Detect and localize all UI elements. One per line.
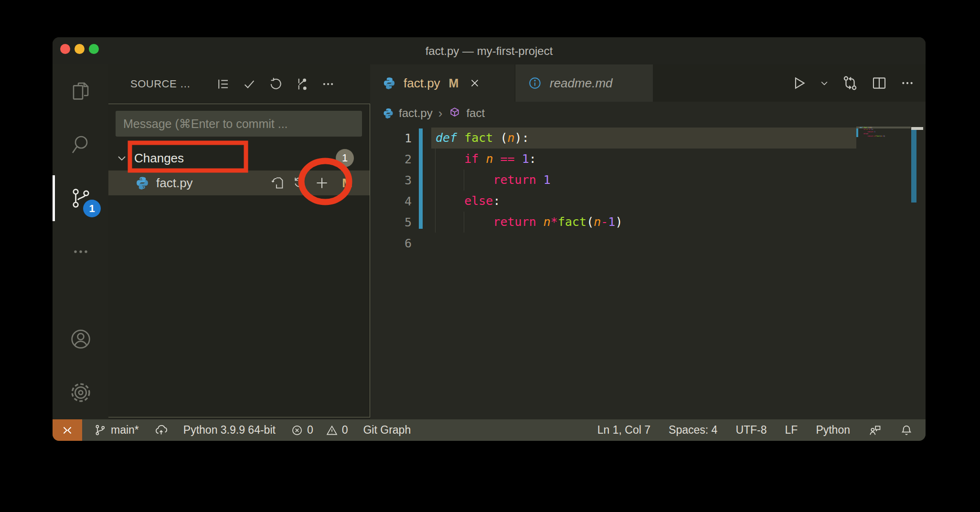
window-title: fact.py — my-first-project <box>53 37 926 64</box>
remote-indicator[interactable] <box>53 419 82 441</box>
code-lines: 1def fact (n):2 if n == 1:3 return 14 el… <box>370 128 926 254</box>
commit-message-input[interactable] <box>116 111 362 137</box>
warning-icon <box>326 424 338 437</box>
run-python-file-button[interactable] <box>791 75 807 91</box>
sync-changes-button[interactable] <box>154 423 168 437</box>
indentation-status[interactable]: Spaces: 4 <box>669 424 717 437</box>
sidebar-item-explorer[interactable] <box>53 64 108 118</box>
more-actions-icon[interactable] <box>900 75 915 91</box>
account-icon <box>69 327 93 351</box>
minimap[interactable]: def fact (n): if n == 1: return 1 else: … <box>856 125 911 419</box>
encoding-status[interactable]: UTF-8 <box>735 424 767 437</box>
line-number: 1 <box>370 131 418 145</box>
more-actions-button[interactable] <box>320 76 336 92</box>
minimap-content: def fact (n): if n == 1: return 1 else: … <box>860 127 911 139</box>
stage-changes-button[interactable] <box>314 175 330 191</box>
line-number: 2 <box>370 152 418 166</box>
git-graph-status[interactable]: Git Graph <box>363 424 411 437</box>
code-line[interactable]: 4 else: <box>370 191 926 212</box>
close-tab-icon[interactable] <box>469 77 480 89</box>
line-number: 4 <box>370 194 418 208</box>
language-mode-status[interactable]: Python <box>816 424 850 437</box>
info-icon <box>528 76 542 90</box>
commit-button[interactable] <box>242 76 257 92</box>
open-changes-icon[interactable] <box>842 75 859 92</box>
scm-header: SOURCE … <box>108 64 370 104</box>
code-line[interactable]: 3 return 1 <box>370 170 926 191</box>
symbol-class-cube-icon <box>448 107 461 120</box>
run-dropdown-chevron-icon[interactable] <box>820 78 829 88</box>
activity-bar: 1 <box>53 64 108 419</box>
changed-file-name: fact.py <box>156 176 193 191</box>
tab-readme-md[interactable]: readme.md <box>515 64 653 102</box>
ruler-modified-decoration <box>911 130 916 203</box>
open-file-button[interactable] <box>271 176 285 190</box>
tab-bar: fact.py M readme.md <box>370 64 926 102</box>
tab-fact-py[interactable]: fact.py M <box>370 64 515 102</box>
tab-label: fact.py <box>404 76 440 91</box>
changes-section-header[interactable]: Changes 1 <box>108 146 370 171</box>
git-graph-button[interactable] <box>294 76 309 92</box>
changed-file-row[interactable]: fact.py <box>108 171 370 195</box>
remote-icon <box>61 424 74 437</box>
scm-title: SOURCE … <box>130 78 191 90</box>
notifications-button[interactable] <box>900 424 913 437</box>
status-bar: main* Python 3.9.9 64-bit 0 0 <box>53 419 926 441</box>
modified-status-letter: M <box>342 176 352 191</box>
code-line[interactable]: 1def fact (n): <box>370 128 926 149</box>
tab-modified-indicator: M <box>449 76 459 90</box>
tab-label: readme.md <box>550 76 613 91</box>
python-file-icon <box>383 76 396 90</box>
files-icon <box>69 80 92 103</box>
bell-icon <box>900 424 913 437</box>
modified-lines-gutter-bar <box>419 128 423 229</box>
code-line[interactable]: 5 return n*fact(n-1) <box>370 212 926 233</box>
cursor-position-status[interactable]: Ln 1, Col 7 <box>597 424 650 437</box>
breadcrumb: fact.py › fact <box>370 102 926 125</box>
eol-status[interactable]: LF <box>785 424 798 437</box>
sidebar-item-source-control[interactable]: 1 <box>53 171 108 225</box>
breadcrumb-separator: › <box>438 106 443 121</box>
cloud-upload-icon <box>154 423 168 437</box>
changes-section-label: Changes <box>134 151 184 166</box>
vscode-window: fact.py — my-first-project <box>53 37 926 441</box>
git-branch-icon <box>94 424 107 437</box>
view-as-tree-button[interactable] <box>215 76 231 92</box>
problems-status[interactable]: 0 0 <box>291 424 348 437</box>
code-line[interactable]: 2 if n == 1: <box>370 149 926 170</box>
ellipsis-icon <box>70 241 91 262</box>
feedback-icon <box>868 424 882 437</box>
settings-button[interactable] <box>53 366 108 419</box>
overview-ruler[interactable] <box>911 125 923 419</box>
split-editor-button[interactable] <box>871 75 887 91</box>
gear-icon <box>69 381 93 405</box>
chevron-down-icon <box>116 152 128 164</box>
line-number: 6 <box>370 236 418 250</box>
error-icon <box>291 424 303 437</box>
accounts-button[interactable] <box>53 312 108 366</box>
titlebar: fact.py — my-first-project <box>53 37 926 64</box>
breadcrumb-file[interactable]: fact.py <box>383 107 433 120</box>
sidebar-item-search[interactable] <box>53 118 108 171</box>
python-interpreter-status[interactable]: Python 3.9.9 64-bit <box>183 424 276 437</box>
line-number: 5 <box>370 215 418 229</box>
scm-count-badge: 1 <box>83 200 101 217</box>
code-area[interactable]: 1def fact (n):2 if n == 1:3 return 14 el… <box>370 125 926 419</box>
source-control-sidebar: SOURCE … <box>108 64 370 419</box>
refresh-button[interactable] <box>268 76 283 92</box>
changes-count-badge: 1 <box>336 149 354 167</box>
sidebar-item-more[interactable] <box>53 225 108 278</box>
scm-panel: Changes 1 fact.py <box>108 104 370 417</box>
python-file-icon <box>135 176 149 190</box>
feedback-button[interactable] <box>868 424 882 437</box>
discard-changes-button[interactable] <box>292 176 307 190</box>
line-number: 3 <box>370 173 418 187</box>
code-line[interactable]: 6 <box>370 233 926 254</box>
editor-group: fact.py M readme.md <box>370 64 926 419</box>
breadcrumb-symbol[interactable]: fact <box>448 107 485 120</box>
search-icon <box>69 133 92 156</box>
git-branch-status[interactable]: main* <box>94 424 139 437</box>
